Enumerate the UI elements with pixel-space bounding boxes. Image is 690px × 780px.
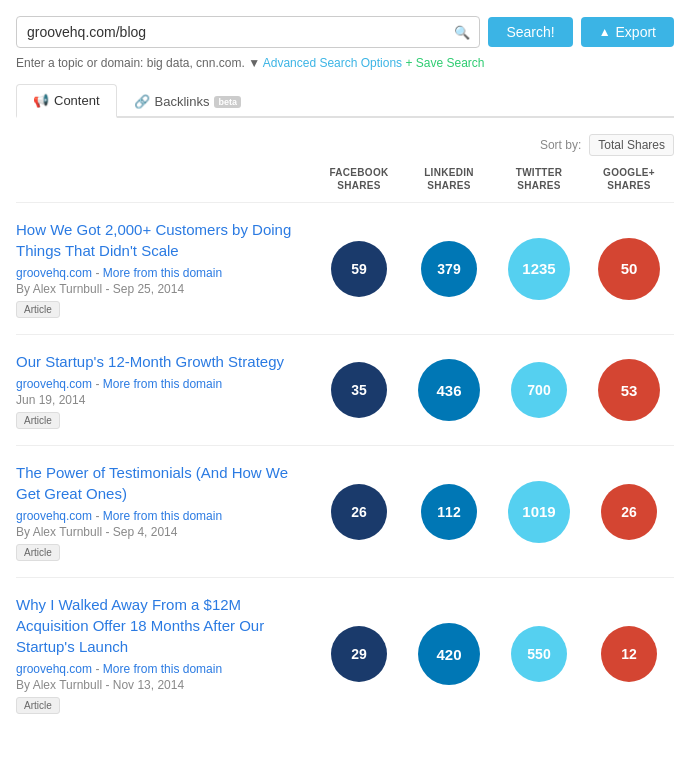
article-title[interactable]: How We Got 2,000+ Customers by Doing Thi… (16, 219, 302, 261)
article-tag: Article (16, 412, 60, 429)
sort-label: Sort by: (540, 138, 581, 152)
table-row: Why I Walked Away From a $12M Acquisitio… (16, 577, 674, 730)
article-author-date: By Alex Turnbull - Sep 25, 2014 (16, 282, 302, 296)
tab-backlinks[interactable]: 🔗 Backlinks beta (117, 84, 258, 118)
google-circle: 50 (598, 238, 660, 300)
article-info: Why I Walked Away From a $12M Acquisitio… (16, 594, 314, 714)
search-input-wrap: 🔍 (16, 16, 480, 48)
col-header-title (16, 166, 314, 192)
search-icon: 🔍 (454, 25, 470, 40)
googleplus-share: 12 (584, 626, 674, 682)
table-row: The Power of Testimonials (And How We Ge… (16, 445, 674, 577)
googleplus-share: 53 (584, 359, 674, 421)
col-header-twitter: TWITTERSHARES (494, 166, 584, 192)
article-domain-link[interactable]: groovehq.com (16, 266, 92, 280)
article-info: The Power of Testimonials (And How We Ge… (16, 462, 314, 561)
article-tag: Article (16, 697, 60, 714)
col-header-google: GOOGLE+SHARES (584, 166, 674, 192)
article-title[interactable]: Our Startup's 12-Month Growth Strategy (16, 351, 302, 372)
facebook-share: 35 (314, 362, 404, 418)
article-tag: Article (16, 544, 60, 561)
article-domain-link[interactable]: groovehq.com (16, 377, 92, 391)
twitter-circle: 1019 (508, 481, 570, 543)
facebook-share: 59 (314, 241, 404, 297)
article-author-date: By Alex Turnbull - Sep 4, 2014 (16, 525, 302, 539)
article-meta: groovehq.com - More from this domain (16, 662, 302, 676)
table-row: How We Got 2,000+ Customers by Doing Thi… (16, 202, 674, 334)
col-header-facebook: FACEBOOKSHARES (314, 166, 404, 192)
facebook-circle: 35 (331, 362, 387, 418)
article-domain-link[interactable]: groovehq.com (16, 662, 92, 676)
linkedin-circle: 436 (418, 359, 480, 421)
twitter-circle: 550 (511, 626, 567, 682)
search-bar: 🔍 Search! ▲ Export (16, 16, 674, 48)
linkedin-share: 420 (404, 623, 494, 685)
linkedin-circle: 420 (418, 623, 480, 685)
article-info: How We Got 2,000+ Customers by Doing Thi… (16, 219, 314, 318)
more-from-domain-link[interactable]: More from this domain (103, 266, 222, 280)
column-headers: FACEBOOKSHARES LINKEDINSHARES TWITTERSHA… (16, 166, 674, 198)
google-circle: 26 (601, 484, 657, 540)
article-title[interactable]: Why I Walked Away From a $12M Acquisitio… (16, 594, 302, 657)
linkedin-share: 379 (404, 241, 494, 297)
twitter-share: 1235 (494, 238, 584, 300)
article-domain-link[interactable]: groovehq.com (16, 509, 92, 523)
beta-badge: beta (214, 96, 241, 108)
table-row: Our Startup's 12-Month Growth Strategy g… (16, 334, 674, 445)
twitter-share: 550 (494, 626, 584, 682)
megaphone-icon: 📢 (33, 93, 49, 108)
googleplus-share: 26 (584, 484, 674, 540)
article-tag: Article (16, 301, 60, 318)
article-date: Jun 19, 2014 (16, 393, 302, 407)
facebook-circle: 59 (331, 241, 387, 297)
googleplus-share: 50 (584, 238, 674, 300)
twitter-circle: 1235 (508, 238, 570, 300)
twitter-share: 700 (494, 362, 584, 418)
article-meta: groovehq.com - More from this domain (16, 266, 302, 280)
google-circle: 53 (598, 359, 660, 421)
article-meta: groovehq.com - More from this domain (16, 509, 302, 523)
export-button[interactable]: ▲ Export (581, 17, 674, 47)
facebook-share: 29 (314, 626, 404, 682)
sort-value[interactable]: Total Shares (589, 134, 674, 156)
more-from-domain-link[interactable]: More from this domain (103, 509, 222, 523)
article-author-date: By Alex Turnbull - Nov 13, 2014 (16, 678, 302, 692)
linkedin-circle: 379 (421, 241, 477, 297)
more-from-domain-link[interactable]: More from this domain (103, 377, 222, 391)
sort-row: Sort by: Total Shares (16, 134, 674, 156)
google-circle: 12 (601, 626, 657, 682)
twitter-share: 1019 (494, 481, 584, 543)
twitter-circle: 700 (511, 362, 567, 418)
linkedin-share: 436 (404, 359, 494, 421)
articles-list: How We Got 2,000+ Customers by Doing Thi… (16, 202, 674, 730)
link-icon: 🔗 (134, 94, 150, 109)
search-button[interactable]: Search! (488, 17, 572, 47)
tabs: 📢 Content 🔗 Backlinks beta (16, 84, 674, 118)
search-input[interactable] (16, 16, 480, 48)
article-info: Our Startup's 12-Month Growth Strategy g… (16, 351, 314, 429)
more-from-domain-link[interactable]: More from this domain (103, 662, 222, 676)
article-meta: groovehq.com - More from this domain (16, 377, 302, 391)
facebook-share: 26 (314, 484, 404, 540)
advanced-search-link[interactable]: Advanced Search Options (263, 56, 402, 70)
help-text: Enter a topic or domain: big data, cnn.c… (16, 56, 674, 70)
linkedin-share: 112 (404, 484, 494, 540)
col-header-linkedin: LINKEDINSHARES (404, 166, 494, 192)
facebook-circle: 26 (331, 484, 387, 540)
export-icon: ▲ (599, 25, 611, 39)
facebook-circle: 29 (331, 626, 387, 682)
save-search-link[interactable]: + Save Search (405, 56, 484, 70)
article-title[interactable]: The Power of Testimonials (And How We Ge… (16, 462, 302, 504)
linkedin-circle: 112 (421, 484, 477, 540)
tab-content[interactable]: 📢 Content (16, 84, 117, 118)
